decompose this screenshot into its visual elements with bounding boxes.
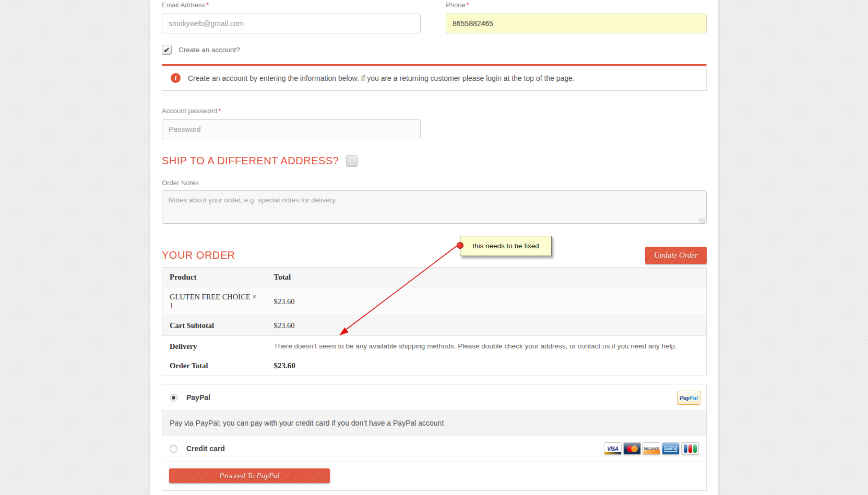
- line-item-row: GLUTEN FREE CHOICE × 1 $23.60: [162, 287, 707, 316]
- cart-subtotal-value: $23.60: [267, 316, 707, 336]
- card-icons: VISA DISCOVER AMEX: [604, 442, 699, 455]
- info-notice-text: Create an account by entering the inform…: [188, 74, 575, 82]
- discover-icon: DISCOVER: [643, 442, 660, 455]
- annotation-note[interactable]: this needs to be fixed: [460, 236, 552, 256]
- mastercard-icon: [623, 442, 641, 455]
- credit-card-radio[interactable]: [170, 445, 177, 453]
- delivery-label: Delivery: [162, 336, 267, 357]
- order-notes-label: Order Notes: [162, 179, 707, 187]
- proceed-to-paypal-button[interactable]: Proceed To PayPal: [169, 468, 330, 483]
- order-table-header-row: Product Total: [162, 268, 707, 287]
- product-column-header: Product: [162, 268, 267, 287]
- paypal-label: PayPal: [186, 393, 210, 402]
- line-item-total: $23.60: [267, 287, 707, 316]
- annotation-pin-icon: [457, 242, 463, 249]
- order-notes-textarea[interactable]: [162, 190, 707, 224]
- account-info-notice: i Create an account by entering the info…: [162, 64, 707, 91]
- create-account-checkbox[interactable]: [162, 45, 172, 55]
- order-total-value: $23.60: [267, 356, 707, 376]
- email-label: Email Address*: [162, 1, 421, 9]
- paypal-radio[interactable]: [170, 394, 177, 402]
- info-icon: i: [171, 73, 181, 83]
- your-order-heading: YOUR ORDER: [162, 249, 235, 261]
- ship-different-address-heading: SHIP TO A DIFFERENT ADDRESS?: [162, 155, 339, 167]
- paypal-description: Pay via PayPal; you can pay with your cr…: [162, 411, 706, 436]
- required-mark: *: [467, 1, 469, 9]
- phone-label: Phone*: [446, 1, 707, 9]
- credit-card-label: Credit card: [186, 444, 225, 453]
- update-order-button[interactable]: Update Order: [645, 247, 707, 264]
- jcb-icon: [681, 442, 699, 455]
- password-input[interactable]: [162, 119, 421, 139]
- phone-input[interactable]: [446, 14, 707, 33]
- total-column-header: Total: [267, 268, 707, 287]
- required-mark: *: [206, 1, 209, 9]
- create-account-label: Create an account?: [179, 46, 240, 54]
- required-mark: *: [218, 107, 221, 115]
- amex-icon: AMEX: [662, 442, 680, 455]
- password-label: Account password*: [162, 107, 707, 115]
- cart-subtotal-row: Cart Subtotal $23.60: [162, 316, 707, 336]
- annotation-note-text: this needs to be fixed: [472, 242, 539, 250]
- paypal-option-row[interactable]: PayPal PayPal: [162, 384, 706, 411]
- checkout-panel: Email Address* Phone* Create an account?…: [150, 0, 719, 495]
- delivery-row: Delivery There doesn’t seem to be any av…: [162, 336, 707, 357]
- order-total-row: Order Total $23.60: [162, 356, 707, 376]
- paypal-badge-icon: PayPal: [677, 391, 700, 405]
- email-input[interactable]: [162, 14, 421, 33]
- credit-card-option-row[interactable]: Credit card VISA DISCOVER AMEX: [162, 436, 706, 462]
- cart-subtotal-label: Cart Subtotal: [162, 316, 267, 336]
- visa-icon: VISA: [604, 442, 622, 455]
- order-total-label: Order Total: [162, 356, 267, 376]
- payment-methods: PayPal PayPal Pay via PayPal; you can pa…: [162, 384, 707, 491]
- resize-grip-icon[interactable]: [699, 218, 705, 224]
- line-item-name: GLUTEN FREE CHOICE × 1: [162, 287, 267, 316]
- ship-different-address-checkbox[interactable]: [346, 155, 358, 167]
- delivery-message: There doesn’t seem to be any available s…: [267, 336, 707, 357]
- order-table: Product Total GLUTEN FREE CHOICE × 1 $23…: [162, 267, 707, 376]
